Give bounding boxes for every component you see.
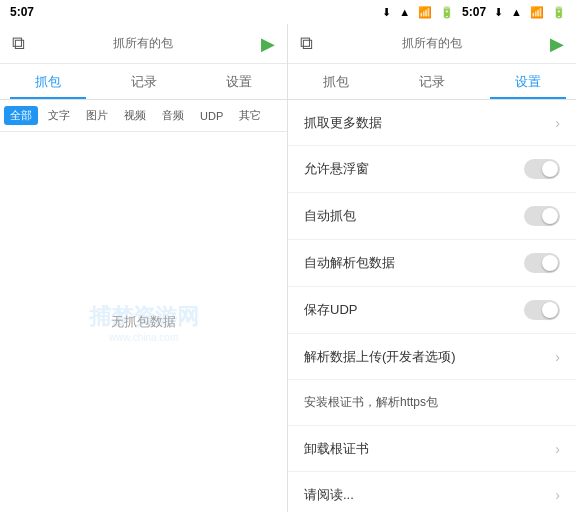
settings-item-save-udp[interactable]: 保存UDP [288, 287, 576, 334]
toggle-float-window[interactable] [524, 159, 560, 179]
settings-item-install-cert: 安装根证书，解析https包 [288, 380, 576, 426]
wifi-icon-right: 📶 [530, 6, 544, 19]
settings-label-4: 保存UDP [304, 301, 357, 319]
watermark-url: www.china.com [109, 332, 178, 343]
battery-icon: 🔋 [440, 6, 454, 19]
settings-item-more-data[interactable]: 抓取更多数据 › [288, 100, 576, 146]
play-icon-left[interactable]: ▶ [261, 33, 275, 55]
settings-label-1: 允许悬浮窗 [304, 160, 369, 178]
settings-item-uninstall-cert[interactable]: 卸载根证书 › [288, 426, 576, 472]
settings-label-0: 抓取更多数据 [304, 114, 382, 132]
settings-item-auto-parse[interactable]: 自动解析包数据 [288, 240, 576, 287]
filter-text[interactable]: 文字 [42, 106, 76, 125]
filter-other[interactable]: 其它 [233, 106, 267, 125]
copy-icon-left[interactable]: ⧉ [12, 33, 25, 54]
tab-settings-left[interactable]: 设置 [191, 64, 287, 99]
settings-item-float-window[interactable]: 允许悬浮窗 [288, 146, 576, 193]
settings-label-7: 卸载根证书 [304, 440, 369, 458]
chevron-right-icon-8: › [555, 487, 560, 503]
no-data-label: 无抓包数据 [111, 313, 176, 331]
chevron-right-icon-0: › [555, 115, 560, 131]
toggle-auto-parse[interactable] [524, 253, 560, 273]
battery-icon-right: 🔋 [552, 6, 566, 19]
tab-record-right[interactable]: 记录 [384, 64, 480, 99]
chevron-right-icon-7: › [555, 441, 560, 457]
download-icon-right: ⬇ [494, 6, 503, 19]
settings-label-2: 自动抓包 [304, 207, 356, 225]
top-title-right: 抓所有的包 [313, 35, 550, 52]
settings-item-upload[interactable]: 解析数据上传(开发者选项) › [288, 334, 576, 380]
signal-icon: ▲ [399, 6, 410, 18]
tab-capture-left[interactable]: 抓包 [0, 64, 96, 99]
settings-label-5: 解析数据上传(开发者选项) [304, 348, 456, 366]
settings-label-8: 请阅读... [304, 486, 354, 504]
status-time-right: 5:07 [462, 5, 486, 19]
settings-item-read[interactable]: 请阅读... › [288, 472, 576, 512]
tab-capture-right[interactable]: 抓包 [288, 64, 384, 99]
settings-label-6: 安装根证书，解析https包 [304, 394, 438, 411]
play-icon-right[interactable]: ▶ [550, 33, 564, 55]
tab-record-left[interactable]: 记录 [96, 64, 192, 99]
wifi-icon: 📶 [418, 6, 432, 19]
filter-all[interactable]: 全部 [4, 106, 38, 125]
settings-label-3: 自动解析包数据 [304, 254, 395, 272]
filter-image[interactable]: 图片 [80, 106, 114, 125]
filter-video[interactable]: 视频 [118, 106, 152, 125]
filter-udp[interactable]: UDP [194, 108, 229, 124]
top-title-left: 抓所有的包 [25, 35, 261, 52]
signal-icon-right: ▲ [511, 6, 522, 18]
status-time-left: 5:07 [10, 5, 34, 19]
chevron-right-icon-5: › [555, 349, 560, 365]
download-icon: ⬇ [382, 6, 391, 19]
toggle-auto-capture[interactable] [524, 206, 560, 226]
filter-audio[interactable]: 音频 [156, 106, 190, 125]
settings-item-auto-capture[interactable]: 自动抓包 [288, 193, 576, 240]
copy-icon-right[interactable]: ⧉ [300, 33, 313, 54]
toggle-save-udp[interactable] [524, 300, 560, 320]
tab-settings-right[interactable]: 设置 [480, 64, 576, 99]
